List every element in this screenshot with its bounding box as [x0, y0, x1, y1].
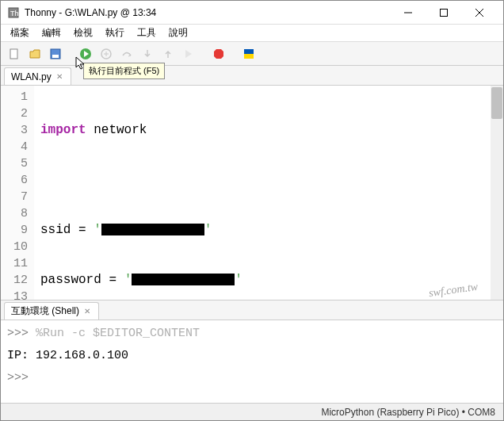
- menu-file[interactable]: 檔案: [4, 25, 36, 41]
- menu-tools[interactable]: 工具: [131, 25, 162, 41]
- run-icon[interactable]: [77, 45, 94, 63]
- menu-view[interactable]: 檢視: [67, 25, 99, 41]
- save-file-icon[interactable]: [47, 45, 64, 63]
- line-gutter: 12345678910111213: [1, 86, 34, 300]
- svg-rect-6: [10, 49, 17, 59]
- interpreter-status: MicroPython (Raspberry Pi Pico) • COM8: [321, 407, 495, 418]
- app-window: Th Thonny - G:\WLAN.py @ 13:34 檔案 編輯 檢視 …: [0, 0, 504, 421]
- tab-shell[interactable]: 互動環境 (Shell) ✕: [4, 302, 99, 320]
- title-bar: Th Thonny - G:\WLAN.py @ 13:34: [1, 1, 503, 25]
- new-file-icon[interactable]: [6, 45, 23, 63]
- svg-rect-3: [440, 9, 447, 16]
- menu-run[interactable]: 執行: [99, 25, 131, 41]
- status-bar[interactable]: MicroPython (Raspberry Pi Pico) • COM8: [1, 403, 503, 420]
- minimize-button[interactable]: [390, 2, 426, 24]
- shell-tab-bar: 互動環境 (Shell) ✕: [1, 300, 503, 320]
- shell-output[interactable]: >>> %Run -c $EDITOR_CONTENT IP: 192.168.…: [1, 320, 503, 403]
- step-into-icon[interactable]: [139, 45, 156, 63]
- menu-help[interactable]: 說明: [162, 25, 194, 41]
- svg-text:Th: Th: [10, 10, 19, 17]
- code-editor[interactable]: 12345678910111213 import network ssid = …: [1, 85, 503, 300]
- close-icon[interactable]: ✕: [55, 72, 64, 82]
- step-over-icon[interactable]: [118, 45, 136, 63]
- tab-label: WLAN.py: [11, 71, 52, 82]
- tab-label: 互動環境 (Shell): [11, 304, 79, 318]
- step-out-icon[interactable]: [159, 45, 177, 63]
- svg-rect-8: [52, 55, 59, 58]
- debug-icon[interactable]: [97, 45, 115, 63]
- menu-edit[interactable]: 編輯: [36, 25, 67, 41]
- close-button[interactable]: [461, 2, 497, 24]
- flag-icon[interactable]: [240, 45, 258, 63]
- editor-tab-bar: WLAN.py ✕: [1, 66, 503, 85]
- shell-panel: 互動環境 (Shell) ✕ >>> %Run -c $EDITOR_CONTE…: [1, 300, 503, 403]
- menu-bar: 檔案 編輯 檢視 執行 工具 說明: [1, 25, 503, 42]
- code-area[interactable]: import network ssid = '' password = '' w…: [34, 86, 503, 300]
- tab-editor-file[interactable]: WLAN.py ✕: [4, 67, 71, 85]
- svg-rect-13: [244, 54, 254, 59]
- window-title: Thonny - G:\WLAN.py @ 13:34: [25, 7, 390, 18]
- app-icon: Th: [7, 6, 20, 19]
- toolbar: 執行目前程式 (F5): [1, 42, 503, 66]
- run-tooltip: 執行目前程式 (F5): [83, 63, 165, 79]
- close-icon[interactable]: ✕: [82, 307, 92, 316]
- maximize-button[interactable]: [426, 2, 461, 24]
- vertical-scrollbar[interactable]: [491, 86, 503, 300]
- svg-rect-12: [244, 49, 254, 54]
- svg-marker-11: [214, 49, 223, 59]
- stop-icon[interactable]: [210, 45, 227, 63]
- window-controls: [390, 2, 497, 24]
- resume-icon[interactable]: [180, 45, 197, 63]
- open-file-icon[interactable]: [26, 45, 44, 63]
- shell-line: IP: 192.168.0.100: [7, 347, 497, 365]
